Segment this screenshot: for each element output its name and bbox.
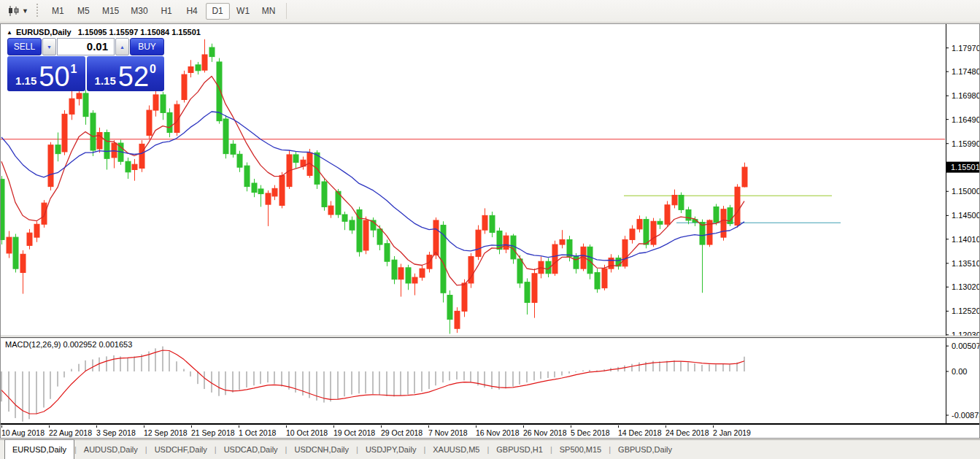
svg-text:14 Dec 2018: 14 Dec 2018 <box>618 428 662 437</box>
candle-body <box>279 175 285 205</box>
macd-bar <box>722 364 724 371</box>
macd-bar <box>85 360 86 371</box>
sell-price-prefix: 1.15 <box>15 75 36 86</box>
candle-body <box>503 236 509 250</box>
candle-body <box>595 272 600 289</box>
candle-body <box>69 99 74 114</box>
chart-tab-usdchf-daily[interactable]: USDCHF,Daily <box>147 440 215 459</box>
candle-body <box>342 215 347 221</box>
candle-body <box>392 260 397 279</box>
macd-bar <box>204 371 205 389</box>
macd-bar <box>169 352 170 371</box>
candle-body <box>525 282 530 303</box>
timeframe-button-mn[interactable]: MN <box>257 3 281 20</box>
candle-body <box>223 119 228 154</box>
sell-price-big: 50 <box>39 66 69 88</box>
timeframe-button-h4[interactable]: H4 <box>180 3 204 20</box>
candle-body <box>385 244 390 261</box>
candle-body <box>672 196 677 205</box>
sell-price-pip: 1 <box>71 63 77 75</box>
candle-body <box>48 145 53 187</box>
svg-text:1 Oct 2018: 1 Oct 2018 <box>239 428 277 437</box>
candle-body <box>602 269 607 288</box>
timeframe-button-m1[interactable]: M1 <box>46 3 70 20</box>
buy-button[interactable]: BUY <box>130 38 164 55</box>
candle-body <box>630 229 635 240</box>
chart-tab-bar: EURUSD,Daily|AUDUSD,Daily|USDCHF,Daily|U… <box>0 439 980 459</box>
macd-bar <box>106 356 107 371</box>
macd-bar <box>71 369 72 371</box>
candle-body <box>13 237 18 269</box>
macd-bar <box>141 355 142 371</box>
svg-text:10 Oct 2018: 10 Oct 2018 <box>286 428 328 437</box>
chart-tab-usdjpy-daily[interactable]: USDJPY,Daily <box>358 440 424 459</box>
candle-body <box>728 208 733 224</box>
timeframe-button-m15[interactable]: M15 <box>97 3 124 20</box>
timeframe-button-m5[interactable]: M5 <box>72 3 96 20</box>
chart-tab-sp500-m15[interactable]: SP500,M15 <box>552 440 609 459</box>
timeframe-button-m30[interactable]: M30 <box>126 3 153 20</box>
chart-tool-icon[interactable] <box>6 4 22 18</box>
svg-text:1.16980: 1.16980 <box>952 91 980 100</box>
volume-input[interactable]: 0.01 <box>57 38 115 55</box>
volume-increase-button[interactable]: ▲ <box>115 38 129 55</box>
macd-bar <box>589 370 590 371</box>
candle-body <box>644 220 649 244</box>
candle-body <box>27 233 32 245</box>
macd-bar <box>211 371 212 393</box>
svg-text:2 Jan 2019: 2 Jan 2019 <box>713 428 751 437</box>
current-price-tag: 1.15501 <box>946 162 980 173</box>
toolbar-drag-handle[interactable] <box>36 4 39 18</box>
candle-body <box>420 269 425 277</box>
macd-bar <box>344 371 345 396</box>
svg-text:1.13020: 1.13020 <box>952 282 980 291</box>
macd-bar <box>351 371 352 395</box>
macd-indicator-label: MACD(12,26,9) 0.002952 0.001653 <box>5 340 132 349</box>
chart-tab-gbpusd-h1[interactable]: GBPUSD,H1 <box>489 440 550 459</box>
chart-tab-usdcnh-daily[interactable]: USDCNH,Daily <box>287 440 356 459</box>
candle-body <box>532 274 537 303</box>
chevron-down-icon[interactable]: ▼ <box>22 7 28 15</box>
chart-tab-usdcad-daily[interactable]: USDCAD,Daily <box>217 440 285 459</box>
macd-bar <box>225 371 226 395</box>
macd-bar <box>274 371 275 384</box>
macd-bar <box>407 371 409 395</box>
candle-body <box>90 113 96 150</box>
buy-price-pip: 0 <box>150 63 156 75</box>
chart-tab-eurusd-daily[interactable]: EURUSD,Daily <box>4 439 74 459</box>
macd-bar <box>674 360 675 371</box>
candle-body <box>622 239 628 266</box>
candle-body <box>322 182 327 207</box>
macd-bar <box>568 371 570 374</box>
macd-bar <box>400 371 401 396</box>
svg-text:12 Sep 2018: 12 Sep 2018 <box>144 428 188 437</box>
macd-bar <box>540 371 541 379</box>
candle-body <box>272 188 277 196</box>
candle-body <box>202 55 207 70</box>
timeframe-button-h1[interactable]: H1 <box>155 3 179 20</box>
macd-bar <box>78 364 80 371</box>
window-restore-icon[interactable]: ▲ <box>7 29 12 36</box>
candle-body <box>637 220 642 229</box>
sell-price-box[interactable]: 1.15 50 1 <box>7 56 85 91</box>
volume-decrease-button[interactable]: ▼ <box>42 38 56 55</box>
chart-tab-xauusd-m5[interactable]: XAUUSD,M5 <box>425 440 487 459</box>
chart-tab-audusd-daily[interactable]: AUDUSD,Daily <box>77 440 145 459</box>
buy-price-box[interactable]: 1.15 52 0 <box>87 56 165 91</box>
timeframe-button-w1[interactable]: W1 <box>231 3 255 20</box>
macd-bar <box>638 363 640 371</box>
macd-bar <box>15 371 16 418</box>
candle-body <box>252 183 257 193</box>
candle-body <box>609 258 614 269</box>
chart-tab-gbpusd-daily[interactable]: GBPUSD,Daily <box>611 440 679 459</box>
macd-bar <box>22 371 23 422</box>
candle-body <box>20 254 26 272</box>
timeframe-button-d1[interactable]: D1 <box>206 3 230 20</box>
macd-bar <box>624 366 625 371</box>
candle-body <box>7 237 12 253</box>
macd-bar <box>386 371 387 396</box>
macd-bar <box>50 371 51 399</box>
candle-body <box>237 154 242 167</box>
candle-body <box>377 229 382 244</box>
sell-button[interactable]: SELL <box>7 38 42 55</box>
